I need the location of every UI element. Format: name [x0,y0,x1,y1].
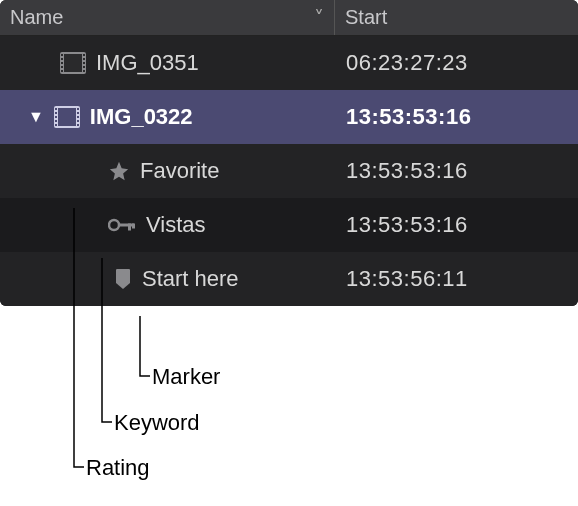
table-row[interactable]: Start here 13:53:56:11 [0,252,578,306]
svg-rect-4 [61,62,63,64]
svg-rect-17 [55,120,57,122]
clip-rows: IMG_0351 06:23:27:23 ▼ IMG_0322 13:53:53… [0,36,578,306]
svg-rect-1 [64,54,82,72]
svg-rect-9 [83,62,85,64]
svg-rect-11 [83,70,85,72]
callout-rating: Rating [86,455,150,481]
column-header-start[interactable]: Start [334,0,578,35]
disclosure-triangle-icon[interactable]: ▼ [28,108,44,126]
svg-rect-16 [55,116,57,118]
table-row[interactable]: ▼ IMG_0322 13:53:53:16 [0,90,578,144]
svg-rect-13 [58,108,76,126]
star-icon [108,160,130,182]
svg-rect-23 [77,124,79,126]
cell-name: Vistas [0,198,334,252]
svg-rect-7 [83,54,85,56]
film-clip-icon [54,106,80,128]
cell-start: 13:53:56:11 [334,252,578,306]
svg-rect-5 [61,66,63,68]
table-row[interactable]: Vistas 13:53:53:16 [0,198,578,252]
svg-rect-25 [118,224,134,227]
start-timecode: 13:53:53:16 [346,158,468,184]
svg-rect-3 [61,58,63,60]
start-timecode: 06:23:27:23 [346,50,468,76]
clip-label: IMG_0322 [90,104,193,130]
svg-rect-19 [77,108,79,110]
svg-rect-15 [55,112,57,114]
cell-name: Start here [0,252,334,306]
svg-rect-20 [77,112,79,114]
svg-rect-22 [77,120,79,122]
svg-rect-10 [83,66,85,68]
svg-point-24 [109,220,119,230]
clip-label: IMG_0351 [96,50,199,76]
cell-name: IMG_0351 [0,36,334,90]
key-icon [108,216,136,234]
svg-rect-8 [83,58,85,60]
sort-indicator-icon: ˅ [314,6,324,30]
svg-rect-18 [55,124,57,126]
cell-name: Favorite [0,144,334,198]
svg-rect-14 [55,108,57,110]
callout-marker: Marker [152,364,220,390]
svg-rect-6 [61,70,63,72]
svg-rect-27 [132,224,135,229]
svg-rect-26 [128,224,131,231]
table-row[interactable]: Favorite 13:53:53:16 [0,144,578,198]
list-header: Name ˅ Start [0,0,578,36]
cell-start: 13:53:53:16 [334,198,578,252]
marker-icon [114,268,132,290]
column-header-start-label: Start [345,6,387,29]
column-header-name-label: Name [10,6,63,29]
marker-label: Start here [142,266,239,292]
favorite-label: Favorite [140,158,219,184]
cell-name: ▼ IMG_0322 [0,90,334,144]
start-timecode: 13:53:56:11 [346,266,468,292]
film-clip-icon [60,52,86,74]
cell-start: 13:53:53:16 [334,90,578,144]
column-header-name[interactable]: Name ˅ [0,0,334,35]
cell-start: 06:23:27:23 [334,36,578,90]
keyword-label: Vistas [146,212,206,238]
start-timecode: 13:53:53:16 [346,104,471,130]
table-row[interactable]: IMG_0351 06:23:27:23 [0,36,578,90]
clip-list-panel: Name ˅ Start IMG_0351 06:23:27:23 ▼ [0,0,578,306]
start-timecode: 13:53:53:16 [346,212,468,238]
callout-keyword: Keyword [114,410,200,436]
cell-start: 13:53:53:16 [334,144,578,198]
svg-rect-2 [61,54,63,56]
svg-rect-21 [77,116,79,118]
